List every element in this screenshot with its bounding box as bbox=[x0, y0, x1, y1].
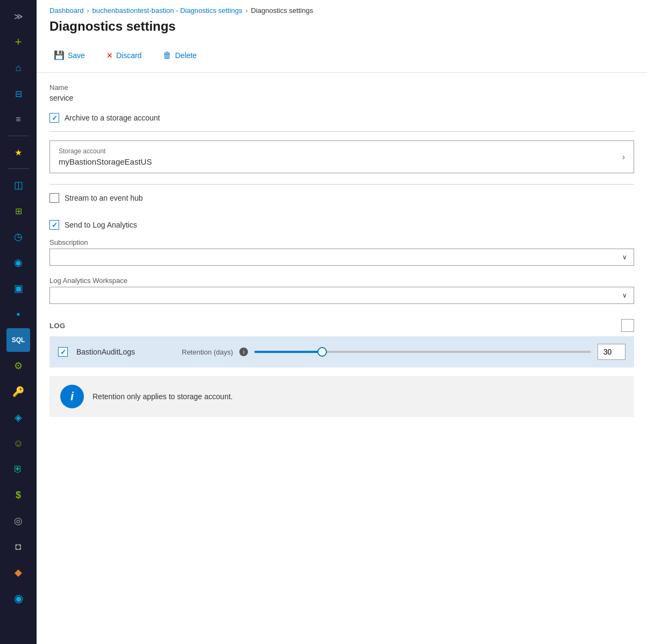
breadcrumb-resource[interactable]: buchenbastiontest-bastion - Diagnostics … bbox=[93, 6, 243, 15]
discard-button[interactable]: ✕ Discard bbox=[102, 48, 146, 63]
storage-account-selector[interactable]: Storage account myBastionStorageEastUS › bbox=[49, 140, 634, 173]
slider-track bbox=[254, 351, 591, 353]
workspace-chevron-icon: ∨ bbox=[622, 292, 627, 299]
retention-input[interactable] bbox=[598, 344, 625, 360]
shield-icon[interactable]: ⛨ bbox=[6, 457, 30, 481]
delete-icon: 🗑 bbox=[163, 51, 172, 60]
slider-thumb[interactable] bbox=[317, 347, 327, 357]
discard-icon: ✕ bbox=[106, 51, 113, 60]
sidebar-divider2 bbox=[8, 168, 29, 169]
shield2-icon[interactable]: ◘ bbox=[6, 535, 30, 558]
toolbar: 💾 Save ✕ Discard 🗑 Delete bbox=[37, 43, 647, 73]
page-title: Diagnostics settings bbox=[37, 19, 647, 43]
eventhub-checkbox[interactable] bbox=[49, 193, 59, 203]
box-icon[interactable]: ◫ bbox=[6, 173, 30, 197]
subscription-dropdown[interactable]: ∨ bbox=[49, 249, 634, 266]
dashboard-icon[interactable]: ⊟ bbox=[6, 82, 30, 105]
archive-checkbox-row: Archive to a storage account bbox=[49, 113, 634, 123]
breadcrumb-current: Diagnostics settings bbox=[251, 6, 314, 15]
info-notice-text: Retention only applies to storage accoun… bbox=[93, 392, 233, 401]
sidebar-divider bbox=[8, 136, 29, 136]
subscription-label: Subscription bbox=[49, 238, 634, 246]
favorites-icon[interactable]: ★ bbox=[6, 140, 30, 164]
divider2 bbox=[49, 184, 634, 185]
info-notice-icon: i bbox=[60, 385, 84, 408]
info-notice: i Retention only applies to storage acco… bbox=[49, 376, 634, 417]
subscription-group: Subscription ∨ bbox=[49, 238, 634, 266]
storage-account-value: myBastionStorageEastUS bbox=[59, 157, 152, 166]
log-header: LOG bbox=[49, 315, 634, 336]
chevron-right-icon: › bbox=[622, 152, 625, 162]
divider1 bbox=[49, 131, 634, 132]
save-button[interactable]: 💾 Save bbox=[49, 47, 89, 63]
home-icon[interactable]: ⌂ bbox=[6, 56, 30, 80]
name-value: service bbox=[49, 94, 634, 102]
info-icon[interactable]: i bbox=[239, 348, 248, 356]
form-area: Name service Archive to a storage accoun… bbox=[37, 73, 647, 644]
breadcrumb-dashboard[interactable]: Dashboard bbox=[49, 6, 84, 15]
eventhub-label: Stream to an event hub bbox=[65, 194, 143, 202]
globe-icon[interactable]: ◉ bbox=[6, 251, 30, 274]
retention-section: Retention (days) i bbox=[182, 344, 625, 360]
monitor-icon[interactable]: ▣ bbox=[6, 277, 30, 300]
archive-checkbox[interactable] bbox=[49, 113, 59, 123]
badge-icon[interactable]: ◆ bbox=[6, 561, 30, 584]
diamond-icon[interactable]: ◈ bbox=[6, 406, 30, 429]
key-icon[interactable]: 🔑 bbox=[6, 380, 30, 404]
breadcrumb: Dashboard › buchenbastiontest-bastion - … bbox=[37, 0, 647, 19]
delete-button[interactable]: 🗑 Delete bbox=[159, 47, 201, 63]
workspace-label: Log Analytics Workspace bbox=[49, 277, 634, 285]
log-row-name: BastionAuditLogs bbox=[76, 348, 173, 356]
save-icon: 💾 bbox=[54, 50, 65, 60]
slider-fill bbox=[254, 351, 322, 353]
storage-info: Storage account myBastionStorageEastUS bbox=[59, 147, 152, 166]
breadcrumb-sep1: › bbox=[87, 7, 89, 15]
screen-icon[interactable]: ▪ bbox=[6, 302, 30, 326]
workspace-group: Log Analytics Workspace ∨ bbox=[49, 277, 634, 304]
workspace-dropdown[interactable]: ∨ bbox=[49, 287, 634, 304]
grid-icon[interactable]: ⊞ bbox=[6, 199, 30, 223]
bastion-audit-checkbox[interactable] bbox=[58, 347, 68, 357]
archive-label: Archive to a storage account bbox=[65, 114, 160, 122]
storage-account-label: Storage account bbox=[59, 147, 152, 155]
sidebar: ≫ + ⌂ ⊟ ≡ ★ ◫ ⊞ ◷ ◉ ▣ ▪ SQL ⚙ 🔑 ◈ ☺ ⛨ $ … bbox=[0, 0, 37, 644]
breadcrumb-sep2: › bbox=[246, 7, 248, 15]
log-header-checkbox[interactable] bbox=[621, 319, 634, 332]
loganalytics-checkbox[interactable] bbox=[49, 220, 59, 230]
log-section: LOG BastionAuditLogs Retention (days) i bbox=[49, 315, 634, 367]
settings2-icon[interactable]: ⚙ bbox=[6, 354, 30, 378]
face-icon[interactable]: ☺ bbox=[6, 431, 30, 455]
subscription-chevron-icon: ∨ bbox=[622, 253, 627, 261]
name-label: Name bbox=[49, 83, 634, 91]
eventhub-checkbox-row: Stream to an event hub bbox=[49, 193, 634, 203]
expand-icon[interactable]: ≫ bbox=[6, 4, 30, 28]
retention-label: Retention (days) bbox=[182, 348, 233, 356]
name-group: Name service bbox=[49, 83, 634, 102]
log-row: BastionAuditLogs Retention (days) i bbox=[49, 336, 634, 367]
loganalytics-label: Send to Log Analytics bbox=[65, 221, 137, 229]
clock-icon[interactable]: ◷ bbox=[6, 225, 30, 249]
sql-icon[interactable]: SQL bbox=[6, 328, 30, 352]
retention-slider-container bbox=[254, 351, 591, 353]
headset-icon[interactable]: ◎ bbox=[6, 509, 30, 533]
list-icon[interactable]: ≡ bbox=[6, 108, 30, 131]
loganalytics-checkbox-row: Send to Log Analytics bbox=[49, 220, 634, 230]
add-icon[interactable]: + bbox=[6, 30, 30, 54]
log-section-title: LOG bbox=[49, 322, 66, 330]
main-content: Dashboard › buchenbastiontest-bastion - … bbox=[37, 0, 647, 644]
dollar-icon[interactable]: $ bbox=[6, 483, 30, 507]
user-circle-icon[interactable]: ◉ bbox=[6, 586, 30, 610]
